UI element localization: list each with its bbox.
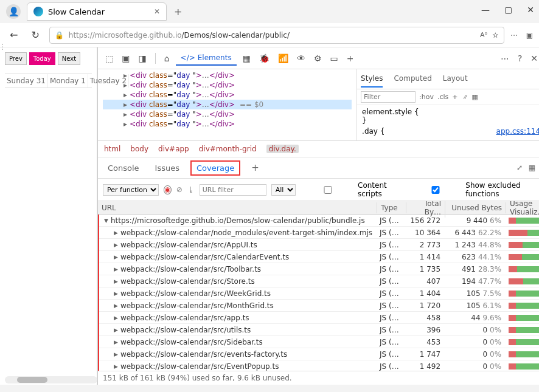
- new-tab-icon[interactable]: +: [174, 6, 182, 18]
- dom-node[interactable]: ▸<div class="day ">…</div>== $0: [103, 100, 352, 109]
- minimize-icon[interactable]: —: [481, 5, 490, 15]
- tab-title: Slow Calendar: [48, 7, 149, 16]
- more-icon[interactable]: ⋯: [498, 52, 512, 64]
- lock-icon: 🔒: [55, 31, 64, 40]
- coverage-row[interactable]: ▶webpack://slow-calendar/src/WeekGrid.ts…: [99, 287, 539, 300]
- edge-favicon-icon: [33, 7, 43, 16]
- drawer-tabs: Console Issues Coverage + ⤢ ▦: [98, 157, 539, 179]
- chip-icon[interactable]: ⚙: [311, 52, 324, 64]
- styles-rules[interactable]: element.style { } .day {app.css:114: [357, 105, 539, 138]
- add-drawer-tab-icon[interactable]: +: [246, 160, 264, 176]
- elements-tab[interactable]: </>Elements: [176, 51, 237, 66]
- dom-node[interactable]: ▸<div class="day ">…</div>: [103, 119, 352, 129]
- more-icon[interactable]: ⋯: [510, 31, 518, 40]
- coverage-tab[interactable]: Coverage: [190, 160, 240, 176]
- close-icon[interactable]: ✕: [527, 5, 534, 15]
- help-icon[interactable]: ?: [515, 52, 524, 64]
- devtools: ⬚ ▣ ◨ ⌂ </>Elements ▦ 🐞 📶 👁 ⚙ ▭ + ⋯ ? ✕ …: [97, 47, 539, 385]
- issues-tab[interactable]: Issues: [150, 161, 184, 175]
- source-link[interactable]: app.css:114: [496, 127, 539, 136]
- coverage-row[interactable]: ▶webpack://slow-calendar/node_modules/ev…: [99, 227, 539, 239]
- add-rule-icon[interactable]: +: [452, 93, 457, 101]
- coverage-row[interactable]: ▼https://microsoftedge.github.io/Demos/s…: [99, 215, 539, 227]
- styles-tab[interactable]: Styles: [361, 70, 383, 88]
- type-filter-select[interactable]: All: [271, 184, 296, 196]
- cls-toggle[interactable]: .cls: [437, 93, 448, 101]
- expand-drawer-icon[interactable]: ⤢: [516, 163, 523, 172]
- show-excluded-checkbox[interactable]: Show excluded functions: [408, 181, 539, 198]
- dom-node[interactable]: ▸<div class="day ">…</div>: [103, 80, 352, 90]
- tab-strip: 👤 Slow Calendar ✕ +: [0, 0, 539, 23]
- resize-handle[interactable]: ⋮: [0, 43, 6, 51]
- crumb[interactable]: html: [104, 145, 120, 153]
- url-filter-input[interactable]: [200, 184, 266, 196]
- dom-node[interactable]: ▸<div class="day ">…</div>: [103, 109, 352, 119]
- coverage-header[interactable]: URL Type Total By… Unused Bytes Usage Vi…: [98, 201, 539, 215]
- address-bar: ← ↻ 🔒 https://microsoftedge.github.io/De…: [0, 23, 539, 47]
- layout-tab[interactable]: Layout: [443, 70, 468, 88]
- today-button[interactable]: Today: [29, 52, 55, 65]
- coverage-row[interactable]: ▶webpack://slow-calendar/src/utils.tsJS …: [99, 324, 539, 336]
- export-icon[interactable]: ⭳: [187, 185, 195, 194]
- app-icon[interactable]: ▦: [240, 52, 253, 64]
- styles-filter-input[interactable]: [361, 91, 416, 103]
- close-devtools-icon[interactable]: ✕: [528, 52, 539, 64]
- scrollbar[interactable]: [5, 376, 97, 383]
- expand-icon[interactable]: ▦: [472, 93, 478, 101]
- refresh-icon[interactable]: ↻: [27, 27, 43, 43]
- bug-icon[interactable]: 🐞: [257, 52, 272, 64]
- next-button[interactable]: Next: [58, 52, 80, 65]
- computed-tab[interactable]: Computed: [394, 70, 431, 88]
- url-field[interactable]: 🔒 https://microsoftedge.github.io/Demos/…: [49, 27, 504, 44]
- coverage-toolbar: Per function ◉ ⊘ ⭳ All Content scripts S…: [98, 179, 539, 201]
- content-scripts-checkbox[interactable]: Content scripts: [301, 181, 403, 198]
- coverage-mode-select[interactable]: Per function: [103, 184, 159, 196]
- back-icon[interactable]: ←: [6, 27, 21, 43]
- paint-icon[interactable]: ⫽: [462, 93, 468, 101]
- home-icon[interactable]: ⌂: [162, 52, 172, 64]
- wifi-icon[interactable]: 📶: [276, 52, 291, 64]
- clear-icon[interactable]: ⊘: [176, 185, 183, 194]
- add-tab-icon[interactable]: +: [344, 52, 356, 64]
- panel-icon[interactable]: ▭: [327, 52, 340, 64]
- dom-tree[interactable]: ▸<div class="day ">…</div>▸<div class="d…: [98, 69, 356, 140]
- console-tab[interactable]: Console: [103, 161, 144, 175]
- dom-node[interactable]: ▸<div class="day ">…</div>: [103, 90, 352, 100]
- crumb[interactable]: div#month-grid: [199, 145, 257, 153]
- perf-icon[interactable]: 👁: [294, 52, 308, 64]
- maximize-icon[interactable]: ▢: [504, 5, 512, 15]
- app-sidebar: Prev Today Next Sunday 31 Monday 1 Tuesd…: [0, 47, 97, 385]
- profile-icon[interactable]: 👤: [6, 4, 21, 19]
- collections-icon[interactable]: ▣: [526, 31, 533, 40]
- browser-tab[interactable]: Slow Calendar ✕: [27, 2, 167, 21]
- dom-node[interactable]: ▸<div class="day ">…</div>: [103, 70, 352, 80]
- coverage-row[interactable]: ▶webpack://slow-calendar/src/EventPopup.…: [99, 360, 539, 371]
- crumb[interactable]: div#app: [158, 145, 189, 153]
- day-header: Sunday 31: [5, 74, 48, 88]
- dock-icon[interactable]: ◨: [136, 52, 148, 64]
- coverage-row[interactable]: ▶webpack://slow-calendar/src/CalendarEve…: [99, 251, 539, 263]
- window-controls: — ▢ ✕: [481, 5, 534, 15]
- star-icon[interactable]: ☆: [492, 31, 499, 40]
- styles-pane: Styles Computed Layout :hov .cls + ⫽ ▦ e…: [356, 69, 539, 140]
- coverage-row[interactable]: ▶webpack://slow-calendar/src/Toolbar.tsJ…: [99, 263, 539, 275]
- prev-button[interactable]: Prev: [5, 52, 27, 65]
- crumb-selected[interactable]: div.day.: [266, 145, 299, 153]
- device-icon[interactable]: ▣: [119, 52, 132, 64]
- coverage-row[interactable]: ▶webpack://slow-calendar/src/Store.tsJS …: [99, 275, 539, 287]
- url-text: https://microsoftedge.github.io/Demos/sl…: [69, 30, 475, 40]
- coverage-row[interactable]: ▶webpack://slow-calendar/src/app.tsJS (p…: [99, 312, 539, 324]
- dock-drawer-icon[interactable]: ▦: [529, 163, 535, 172]
- coverage-row[interactable]: ▶webpack://slow-calendar/src/Sidebar.tsJ…: [99, 336, 539, 348]
- crumb[interactable]: body: [130, 145, 148, 153]
- coverage-row[interactable]: ▶webpack://slow-calendar/src/events-fact…: [99, 348, 539, 360]
- record-icon[interactable]: ◉: [164, 185, 172, 194]
- tab-close-icon[interactable]: ✕: [154, 7, 160, 16]
- inspect-icon[interactable]: ⬚: [103, 52, 116, 64]
- breadcrumb: html body div#app div#month-grid div.day…: [98, 141, 539, 157]
- day-headers: Sunday 31 Monday 1 Tuesday 2: [5, 74, 92, 88]
- coverage-row[interactable]: ▶webpack://slow-calendar/src/AppUI.tsJS …: [99, 239, 539, 251]
- coverage-row[interactable]: ▶webpack://slow-calendar/src/MonthGrid.t…: [99, 300, 539, 312]
- hov-toggle[interactable]: :hov: [419, 93, 434, 101]
- reader-icon[interactable]: A⁰: [480, 31, 487, 39]
